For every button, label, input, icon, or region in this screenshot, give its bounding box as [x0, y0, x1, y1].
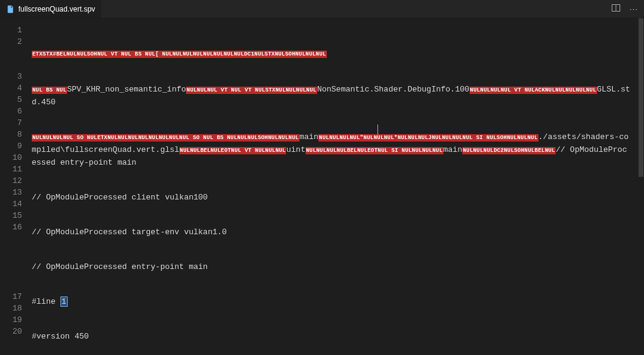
- binary-run: ETXSTX#BELNULNULSOHNUL VT NUL BS NUL[ NU…: [32, 51, 327, 58]
- code-line: // OpModuleProcessed entry-point main: [32, 261, 632, 273]
- selection: 1: [60, 296, 68, 307]
- editor-tab[interactable]: fullscreenQuad.vert.spv: [0, 0, 101, 18]
- split-editor-icon[interactable]: [611, 3, 621, 15]
- tab-filename: fullscreenQuad.vert.spv: [18, 5, 95, 13]
- line-number-gutter: 1 2 3 4 5 6 7 8 9 10 11 12 13 14 15 16 1…: [0, 18, 32, 355]
- more-actions-icon[interactable]: ···: [629, 4, 638, 13]
- text-cursor: [377, 124, 378, 135]
- file-icon: [6, 5, 15, 13]
- code-area[interactable]: ETXSTX#BELNULNULSOHNUL VT NUL BS NUL[ NU…: [32, 18, 644, 355]
- code-line: // OpModuleProcessed client vulkan100: [32, 192, 632, 203]
- vertical-scrollbar[interactable]: [638, 18, 644, 355]
- scrollbar-thumb[interactable]: [639, 18, 643, 177]
- code-line: // OpModuleProcessed target-env vulkan1.…: [32, 226, 632, 238]
- code-line: #version 450: [32, 331, 632, 342]
